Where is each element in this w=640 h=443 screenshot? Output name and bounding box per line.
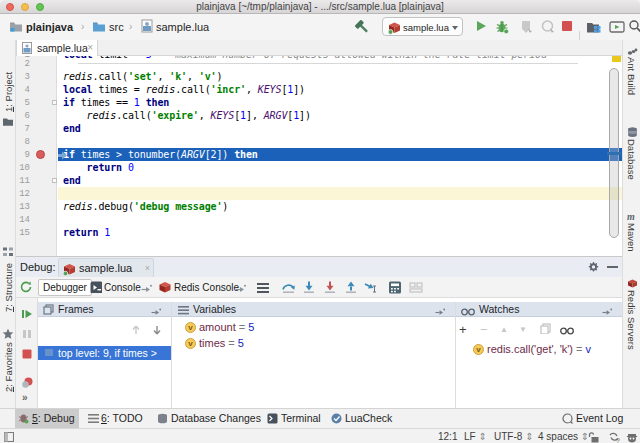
tab-console[interactable]: Console [104,282,141,299]
hide-tool-window-icon[interactable] [607,266,618,268]
pin-arrow-icon[interactable] [435,306,451,322]
stop-icon[interactable] [21,348,37,364]
stop-button[interactable] [561,20,577,36]
watches-pane-header: Watches [456,302,622,317]
editor-tab-label: sample.lua [37,42,88,54]
profiler-button-disabled [540,19,556,35]
resume-icon[interactable] [21,308,37,324]
variable-row[interactable]: redis.call('get', 'k') = v [487,343,591,355]
copy-watch-icon-disabled [540,323,556,339]
search-everywhere-icon[interactable] [628,19,640,35]
run-configuration-select[interactable]: sample.lua [382,17,463,36]
line-number: 2 [25,59,30,69]
status-bar: 12:1 LF ⇕ UTF-8 ⇕ 4 spaces ⇕ ? [0,428,640,443]
layout-settings-icon-disabled [409,281,425,297]
debug-tool-window: Debug: sample.lua × Debugger Console Red… [0,256,640,408]
variable-row[interactable]: amount = 5 [199,321,254,333]
toolwindow-button-debug[interactable]: 5: Debug [15,409,79,428]
line-number: 11 [19,176,30,186]
line-number: 3 [25,72,30,82]
code-line-7: end [63,122,81,135]
pin-arrow-icon[interactable] [602,306,618,322]
indent-select[interactable]: 4 spaces ⇕ [538,431,589,442]
editor-tab-bar: sample.lua × [16,40,622,56]
breadcrumb-src[interactable]: src [109,21,124,33]
project-structure-icon[interactable] [586,19,602,35]
redis-config-icon [387,20,403,36]
rerun-icon[interactable] [19,280,35,296]
debug-tabs-row: Debugger Console Redis Console [16,277,622,298]
add-watch-icon[interactable]: + [459,322,467,337]
caret-position[interactable]: 12:1 [438,431,457,442]
pane-divider[interactable] [171,302,172,408]
force-step-into-icon[interactable] [323,281,339,297]
settings-gear-icon[interactable] [586,260,602,276]
build-hammer-icon[interactable] [354,19,370,35]
run-anything-icon[interactable] [609,19,625,35]
close-tab-icon[interactable]: × [87,42,93,53]
encoding-select[interactable]: UTF-8 ⇕ [494,431,534,442]
pin-arrow-icon[interactable] [141,283,157,299]
variable-icon: v [473,344,484,355]
code-line-1: local limit = 5 -- maximum number of req… [63,56,547,61]
run-to-cursor-icon[interactable] [364,281,380,297]
evaluate-expression-icon[interactable] [388,281,404,297]
variables-menu-icon [178,305,194,321]
code-line-3: redis.call('set', 'k', 'v') [63,70,222,83]
navigation-bar: plainjava › src › sample.lua sample.lua [0,14,640,40]
tab-redis-console[interactable]: Redis Console [174,282,239,299]
fold-marker[interactable] [52,178,57,183]
fold-marker[interactable] [52,100,57,105]
more-actions-icon[interactable]: » [22,392,27,403]
src-folder-icon [91,18,107,34]
variable-icon: v [185,338,196,349]
breadcrumb-file[interactable]: sample.lua [156,21,209,33]
line-ending-select[interactable]: LF ⇕ [464,431,487,442]
code-line-4: local times = redis.call('incr', KEYS[1]… [63,83,305,96]
hector-inspections-icon[interactable] [626,432,640,443]
pause-icon-disabled [21,328,37,344]
code-line-6: redis.call('expire', KEYS[1], ARGV[1]) [63,109,311,122]
editor[interactable]: 123456789101112131415 local limit = 5 --… [16,56,622,256]
view-options-icon[interactable] [256,281,272,297]
toolwindow-switcher-icon[interactable] [4,432,20,443]
execution-stripe-mark[interactable] [607,152,621,155]
code-line-11: end [63,174,81,187]
debug-session-tab[interactable]: sample.lua × [58,258,154,278]
run-button[interactable] [474,19,490,35]
toolwindow-button-project[interactable]: 1: Project [3,72,14,112]
tab-debugger[interactable]: Debugger [38,279,92,296]
debug-button[interactable] [494,19,510,35]
code-line-5: if times == 1 then [63,96,169,109]
view-breakpoints-icon[interactable] [21,376,37,392]
frame-down-icon[interactable] [151,324,167,340]
pin-arrow-icon[interactable] [235,283,251,299]
step-into-icon[interactable] [302,281,318,297]
variable-row[interactable]: times = 5 [199,337,244,349]
breadcrumb-separator: › [81,21,84,32]
toolwindow-button-ant-build[interactable]: Ant Build [626,57,637,95]
variables-header-label: Variables [193,303,236,315]
warning-stripe-mark[interactable] [612,56,621,62]
toolwindow-button-maven[interactable]: Maven [626,223,637,252]
editor-tab-sample-lua[interactable]: sample.lua × [16,40,98,57]
line-number: 10 [19,163,30,173]
line-number: 7 [25,124,30,134]
tool-window-bar: 5: Debug 6: TODO Database Changes Termin… [0,408,640,428]
code-line-10: return 0 [63,161,134,174]
lock-icon[interactable] [587,432,603,443]
frame-row-selected[interactable]: top level: 9, if times > [38,346,171,360]
pane-divider[interactable] [455,302,456,408]
step-out-icon[interactable] [344,281,360,297]
execution-point-arrow-icon [58,150,68,162]
close-session-icon[interactable]: × [145,263,150,273]
line-number: 14 [19,215,30,225]
step-over-icon[interactable] [281,281,297,297]
show-watches-icon[interactable] [560,325,576,341]
debugger-content: » Frames top level: 9, if times > Variab… [16,298,622,408]
breakpoint-icon[interactable] [36,150,45,159]
toolwindow-button-database[interactable]: Database [626,139,637,180]
pin-arrow-icon[interactable] [151,306,167,322]
breadcrumb-project[interactable]: plainjava [26,21,73,33]
dumb-mode-icon[interactable]: ? [608,432,624,443]
